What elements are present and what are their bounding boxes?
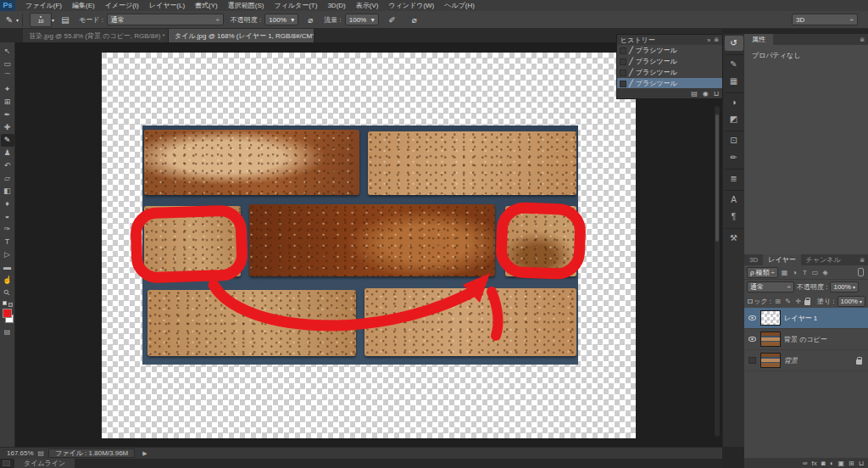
layer-style-fx-icon[interactable]: fx	[812, 460, 817, 467]
blur-tool-icon[interactable]: ♦	[1, 198, 14, 210]
lasso-tool-icon[interactable]: ⌒	[1, 70, 14, 83]
eraser-tool-icon[interactable]: ▱	[1, 172, 14, 185]
layer-thumbnail-transparent[interactable]	[760, 310, 781, 326]
filter-shape-layers-icon[interactable]: ▭	[811, 269, 819, 276]
menu-select[interactable]: 選択範囲(S)	[223, 0, 270, 11]
filter-toggle-switch[interactable]	[858, 268, 864, 276]
panel-menu-icon[interactable]: ≣	[860, 257, 865, 264]
character-panel-icon[interactable]: A	[725, 192, 743, 208]
tab-3d[interactable]: 3D	[744, 254, 763, 265]
eyedropper-tool-icon[interactable]: ✒	[1, 109, 14, 121]
panel-menu-icon[interactable]: ≣	[714, 36, 719, 43]
timeline-collapse-icon[interactable]	[3, 460, 10, 466]
history-step[interactable]: ╱ ブラシツール	[617, 45, 722, 56]
tool-preset-caret-icon[interactable]: ▾	[16, 17, 19, 23]
fill-caret-icon[interactable]: ▾	[860, 298, 862, 304]
brush-panel-icon[interactable]: ✏	[725, 150, 743, 165]
gradient-tool-icon[interactable]: ◧	[1, 185, 14, 198]
layer-row-selected[interactable]: レイヤー 1	[744, 308, 868, 329]
collapse-panel-icon[interactable]: »	[707, 37, 710, 43]
layer-thumbnail-image[interactable]	[760, 332, 781, 347]
filter-type-layers-icon[interactable]: T	[801, 269, 809, 276]
menu-type[interactable]: 書式(Y)	[190, 0, 223, 11]
workspace-spinner-icon[interactable]: ÷	[850, 16, 854, 24]
opacity-caret-icon[interactable]: ▾	[853, 284, 855, 290]
layer-row[interactable]: 背景 のコピー	[744, 329, 868, 350]
layer-blend-mode-select[interactable]: 通常 ÷	[747, 281, 794, 292]
history-brush-tool-icon[interactable]: ↶	[1, 159, 14, 172]
blend-mode-spinner-icon[interactable]: ÷	[215, 16, 219, 24]
current-tool-brush-icon[interactable]: ✎	[3, 15, 16, 25]
menu-file[interactable]: ファイル(F)	[20, 0, 67, 11]
flow-caret-icon[interactable]: ▾	[371, 16, 375, 24]
layer-fill-field[interactable]: 100% ▾	[837, 296, 865, 307]
adjustments-panel-icon[interactable]: ◑	[725, 95, 743, 110]
delete-layer-icon[interactable]: ⊔	[859, 460, 864, 467]
workspace-select[interactable]: 3D ÷	[792, 14, 858, 25]
brush-preset-picker[interactable]: ● 10	[30, 13, 52, 27]
brush-tool-icon[interactable]: ✎	[1, 134, 14, 147]
path-selection-tool-icon[interactable]: ▷	[1, 248, 14, 261]
layer-filter-select[interactable]: ρ 種類 ÷	[747, 267, 778, 278]
tab-layers[interactable]: レイヤー	[763, 254, 801, 265]
clone-source-panel-icon[interactable]: ⊡	[725, 133, 743, 148]
clone-stamp-tool-icon[interactable]: ♟	[1, 147, 14, 159]
layer-comps-panel-icon[interactable]: ≣	[725, 171, 743, 187]
layer-row-background[interactable]: 背景	[744, 350, 868, 371]
styles-panel-icon[interactable]: ◩	[725, 112, 743, 127]
document-tab-active[interactable]: タイル.jpg @ 168% (レイヤー 1, RGB/8#/CMYK) * ×	[169, 29, 314, 42]
lock-all-icon[interactable]	[804, 300, 810, 305]
menu-help[interactable]: ヘルプ(H)	[439, 0, 480, 11]
new-document-from-state-icon[interactable]: ▤	[691, 90, 698, 98]
pen-tool-icon[interactable]: ✑	[1, 223, 14, 236]
filter-smart-objects-icon[interactable]: ◈	[821, 269, 829, 276]
healing-brush-tool-icon[interactable]: ✚	[1, 121, 14, 134]
paragraph-panel-icon[interactable]: ¶	[725, 209, 743, 225]
menu-edit[interactable]: 編集(E)	[67, 0, 100, 11]
menu-layer[interactable]: レイヤー(L)	[144, 0, 190, 11]
status-options-arrow-icon[interactable]: ▶	[142, 450, 147, 457]
lock-position-icon[interactable]: ✛	[794, 298, 802, 305]
pressure-size-icon[interactable]: ⌀	[408, 15, 421, 25]
new-snapshot-icon[interactable]: ◉	[703, 90, 709, 98]
history-panel-icon[interactable]: ↺	[725, 36, 743, 51]
layer-name[interactable]: 背景	[784, 356, 798, 365]
brush-presets-panel-icon[interactable]: ✎	[725, 57, 743, 72]
history-step[interactable]: ╱ ブラシツール	[617, 67, 722, 78]
layer-name[interactable]: レイヤー 1	[784, 314, 817, 323]
airbrush-icon[interactable]: ✐	[386, 15, 399, 25]
menu-image[interactable]: イメージ(I)	[100, 0, 144, 11]
layer-visibility-toggle[interactable]	[747, 357, 757, 364]
pressure-opacity-icon[interactable]: ⌀	[303, 15, 317, 25]
new-adjustment-layer-icon[interactable]: ◐	[830, 460, 834, 467]
new-group-icon[interactable]: ▣	[837, 460, 844, 467]
opacity-field[interactable]: 100% ▾	[264, 14, 298, 25]
tool-presets-panel-icon[interactable]: ⚒	[725, 231, 743, 246]
toggle-brush-panel-icon[interactable]: ▤	[58, 15, 72, 25]
layer-name[interactable]: 背景 のコピー	[784, 335, 827, 344]
tab-channels[interactable]: チャンネル	[801, 254, 846, 265]
new-layer-icon[interactable]: ⊞	[849, 460, 854, 467]
swap-colors-icon[interactable]	[3, 301, 13, 307]
history-source-checkbox[interactable]	[620, 47, 626, 54]
hand-tool-icon[interactable]: ☝	[1, 274, 14, 287]
zoom-percentage[interactable]: 167.65%	[7, 449, 34, 457]
menu-view[interactable]: 表示(V)	[351, 0, 384, 11]
menu-window[interactable]: ウィンドウ(W)	[383, 0, 439, 11]
layer-thumbnail-image[interactable]	[760, 353, 781, 368]
quick-selection-tool-icon[interactable]: ✦	[1, 83, 14, 96]
history-source-checkbox[interactable]	[620, 58, 626, 65]
document-tab-inactive[interactable]: 苔染.jpg @ 55.8% (背景 のコピー, RGB/8#) * ×	[23, 29, 169, 42]
canvas-pasteboard[interactable]	[15, 42, 722, 447]
move-tool-icon[interactable]: ↖	[1, 45, 14, 58]
blend-mode-select[interactable]: 通常 ÷	[107, 14, 224, 25]
screen-mode-icon[interactable]: ▤	[1, 326, 14, 338]
tab-properties[interactable]: 属性	[744, 34, 773, 45]
lock-transparent-pixels-icon[interactable]: ⊞	[774, 298, 782, 305]
link-layers-icon[interactable]: ∞	[803, 460, 808, 467]
panel-menu-icon[interactable]: ≣	[860, 36, 865, 43]
crop-tool-icon[interactable]: ⊞	[1, 96, 14, 109]
layer-visibility-toggle[interactable]	[747, 315, 757, 320]
layer-opacity-field[interactable]: 100% ▾	[830, 281, 858, 292]
type-tool-icon[interactable]: T	[1, 236, 14, 248]
